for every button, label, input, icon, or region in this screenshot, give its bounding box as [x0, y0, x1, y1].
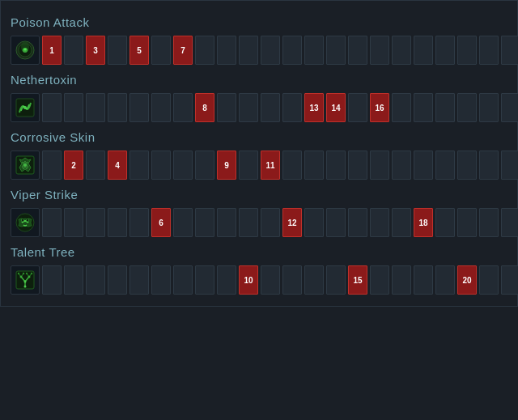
cell-0-16[interactable]	[370, 36, 389, 65]
cell-4-7[interactable]	[173, 265, 193, 295]
cell-3-15[interactable]	[348, 208, 367, 237]
cell-1-16[interactable]: 16	[370, 93, 389, 122]
cell-2-20[interactable]	[457, 151, 477, 180]
cell-2-15[interactable]	[348, 151, 367, 180]
cell-2-17[interactable]	[392, 151, 411, 180]
cell-4-8[interactable]	[195, 265, 214, 295]
cell-4-16[interactable]	[370, 265, 389, 295]
cell-4-10[interactable]: 10	[239, 265, 258, 295]
cell-2-2[interactable]: 2	[64, 151, 83, 180]
cell-0-21[interactable]	[479, 36, 499, 65]
cell-1-15[interactable]	[348, 93, 367, 122]
cell-2-14[interactable]	[326, 151, 346, 180]
cell-2-21[interactable]	[479, 151, 499, 180]
cell-0-14[interactable]	[326, 36, 346, 65]
cell-3-8[interactable]	[195, 208, 214, 237]
cell-0-7[interactable]: 7	[173, 36, 193, 65]
cell-1-14[interactable]: 14	[326, 93, 346, 122]
cell-2-18[interactable]	[414, 151, 433, 180]
cell-4-11[interactable]	[261, 265, 280, 295]
cell-4-13[interactable]	[304, 265, 324, 295]
cell-4-3[interactable]	[86, 265, 105, 295]
cell-3-9[interactable]	[217, 208, 236, 237]
cell-0-19[interactable]	[435, 36, 455, 65]
cell-2-7[interactable]	[173, 151, 193, 180]
cell-4-12[interactable]	[282, 265, 302, 295]
cell-2-9[interactable]: 9	[217, 151, 236, 180]
cell-4-18[interactable]	[414, 265, 433, 295]
cell-1-3[interactable]	[86, 93, 105, 122]
cell-1-4[interactable]	[108, 93, 127, 122]
cell-2-1[interactable]	[42, 151, 62, 180]
cell-2-13[interactable]	[304, 151, 324, 180]
cell-0-10[interactable]	[239, 36, 258, 65]
cell-1-10[interactable]	[239, 93, 258, 122]
cell-1-6[interactable]	[151, 93, 171, 122]
cell-3-13[interactable]	[304, 208, 324, 237]
cell-2-22[interactable]	[501, 151, 518, 180]
cell-2-5[interactable]	[130, 151, 149, 180]
cell-3-12[interactable]: 12	[282, 208, 302, 237]
cell-3-1[interactable]	[42, 208, 62, 237]
cell-4-4[interactable]	[108, 265, 127, 295]
cell-1-11[interactable]	[261, 93, 280, 122]
cell-3-20[interactable]	[457, 208, 477, 237]
cell-1-22[interactable]	[501, 93, 518, 122]
cell-0-2[interactable]	[64, 36, 83, 65]
cell-3-6[interactable]: 6	[151, 208, 171, 237]
cell-0-15[interactable]	[348, 36, 367, 65]
cell-1-7[interactable]	[173, 93, 193, 122]
cell-4-2[interactable]	[64, 265, 83, 295]
cell-0-4[interactable]	[108, 36, 127, 65]
cell-3-19[interactable]	[435, 208, 455, 237]
cell-0-8[interactable]	[195, 36, 214, 65]
cell-3-3[interactable]	[86, 208, 105, 237]
cell-0-12[interactable]	[282, 36, 302, 65]
cell-4-14[interactable]	[326, 265, 346, 295]
cell-3-5[interactable]	[130, 208, 149, 237]
cell-2-8[interactable]	[195, 151, 214, 180]
cell-4-21[interactable]	[479, 265, 499, 295]
cell-2-4[interactable]: 4	[108, 151, 127, 180]
cell-4-1[interactable]	[42, 265, 62, 295]
cell-4-15[interactable]: 15	[348, 265, 367, 295]
cell-3-21[interactable]	[479, 208, 499, 237]
cell-1-19[interactable]	[435, 93, 455, 122]
cell-3-16[interactable]	[370, 208, 389, 237]
cell-3-4[interactable]	[108, 208, 127, 237]
cell-0-13[interactable]	[304, 36, 324, 65]
cell-1-2[interactable]	[64, 93, 83, 122]
cell-2-11[interactable]: 11	[261, 151, 280, 180]
cell-3-10[interactable]	[239, 208, 258, 237]
cell-1-9[interactable]	[217, 93, 236, 122]
cell-1-12[interactable]	[282, 93, 302, 122]
cell-2-10[interactable]	[239, 151, 258, 180]
cell-3-18[interactable]: 18	[414, 208, 433, 237]
cell-4-22[interactable]	[501, 265, 518, 295]
cell-2-16[interactable]	[370, 151, 389, 180]
cell-0-6[interactable]	[151, 36, 171, 65]
cell-1-21[interactable]	[479, 93, 499, 122]
cell-2-19[interactable]	[435, 151, 455, 180]
cell-0-5[interactable]: 5	[130, 36, 149, 65]
cell-0-9[interactable]	[217, 36, 236, 65]
cell-0-1[interactable]: 1	[42, 36, 62, 65]
cell-4-17[interactable]	[392, 265, 411, 295]
cell-4-5[interactable]	[130, 265, 149, 295]
cell-1-17[interactable]	[392, 93, 411, 122]
cell-2-6[interactable]	[151, 151, 171, 180]
cell-3-22[interactable]	[501, 208, 518, 237]
cell-3-11[interactable]	[261, 208, 280, 237]
cell-1-18[interactable]	[414, 93, 433, 122]
cell-0-20[interactable]	[457, 36, 477, 65]
cell-4-19[interactable]	[435, 265, 455, 295]
cell-4-6[interactable]	[151, 265, 171, 295]
cell-3-7[interactable]	[173, 208, 193, 237]
cell-4-20[interactable]: 20	[457, 265, 477, 295]
cell-1-5[interactable]	[130, 93, 149, 122]
cell-0-3[interactable]: 3	[86, 36, 105, 65]
cell-1-1[interactable]	[42, 93, 62, 122]
cell-1-8[interactable]: 8	[195, 93, 214, 122]
cell-2-12[interactable]	[282, 151, 302, 180]
cell-1-20[interactable]	[457, 93, 477, 122]
